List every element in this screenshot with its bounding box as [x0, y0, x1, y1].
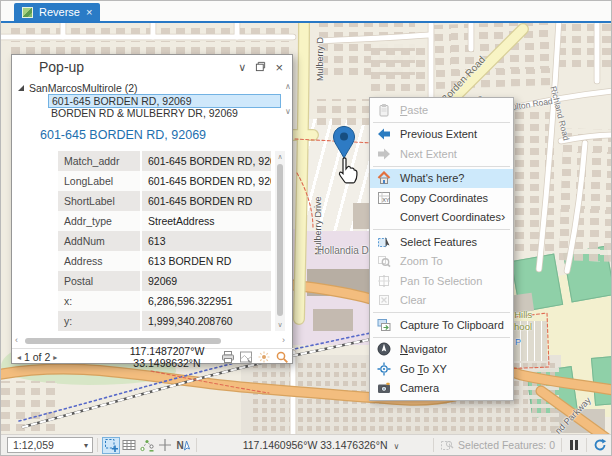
table-view-button[interactable] — [120, 437, 138, 454]
attribute-label: ShortLabel — [58, 191, 140, 211]
menu-item-paste: Paste — [370, 100, 513, 120]
coordinates-dropdown-icon[interactable]: ∨ — [393, 442, 399, 451]
popup-float-icon[interactable] — [255, 61, 266, 74]
attribute-value: 601-645 BORDEN RD — [140, 191, 271, 211]
menu-separator — [373, 229, 510, 230]
popup-list-item[interactable]: BORDEN RD & MULBERRY DR, 92069 — [48, 107, 281, 120]
selected-features-count: Selected Features: 0 — [458, 439, 555, 451]
map-mode-button[interactable] — [102, 437, 120, 454]
print-icon[interactable] — [221, 350, 235, 364]
list-scroll-down-icon[interactable]: ∨ — [285, 107, 291, 116]
popup-footer: ◂ 1 of 2 ▸ 117.1487207°W 33.1498632°N — [12, 348, 294, 365]
popup-list-item[interactable]: 601-645 BORDEN RD, 92069 — [48, 94, 281, 108]
menu-separator — [373, 337, 510, 338]
popup-pager: ◂ 1 of 2 ▸ — [17, 351, 57, 363]
menu-item-label: Navigator — [400, 343, 447, 355]
menu-item-icon — [376, 146, 392, 162]
menu-item-label: Go To XY — [400, 363, 447, 375]
scroll-right-icon[interactable]: › — [282, 335, 285, 345]
attribute-label: AddNum — [58, 231, 140, 251]
snap-crosshair-button[interactable] — [156, 437, 174, 454]
menu-separator — [373, 312, 510, 313]
attribute-row: y: 1,999,340.208760 — [58, 311, 271, 331]
scale-dropdown-icon[interactable]: ▾ — [84, 441, 92, 450]
attribute-label: y: — [58, 311, 140, 331]
scale-combobox[interactable]: 1:12,059 ▾ — [7, 437, 93, 453]
svg-text:N: N — [177, 440, 184, 451]
scrollbar-thumb[interactable] — [277, 164, 283, 316]
attribute-label: Postal — [58, 271, 140, 291]
list-scroll-up-icon[interactable]: ∧ — [285, 82, 291, 91]
menu-item-zoom-to: Zoom To — [370, 252, 513, 272]
divider — [586, 438, 587, 452]
attribute-value: 613 — [140, 231, 271, 251]
menu-item-icon — [376, 170, 392, 186]
tree-expand-icon[interactable] — [18, 85, 24, 91]
pause-drawing-button[interactable] — [570, 440, 578, 450]
pager-next-icon[interactable]: ▸ — [53, 353, 57, 362]
menu-item-capture-to-clipboard[interactable]: Capture To Clipboard — [370, 315, 513, 335]
menu-item-icon — [376, 234, 392, 250]
menu-item-what-s-here-[interactable]: What's here? — [370, 169, 513, 189]
menu-item-navigator[interactable]: Navigator — [370, 340, 513, 360]
flash-location-icon[interactable] — [257, 350, 271, 364]
menu-item-label: Copy Coordinates — [400, 192, 488, 204]
popup-menu-chevron-icon[interactable]: ∨ — [238, 62, 246, 73]
selected-features-icon — [438, 437, 456, 454]
attribute-value: StreetAddress — [140, 211, 271, 231]
attribute-value: 601-645 BORDEN RD, 92069 — [140, 171, 271, 191]
menu-item-icon — [376, 317, 392, 333]
popup-panel: Pop-up ∨ × SanMarcosMultirole (2) 601-64… — [11, 54, 293, 364]
status-bar: 1:12,059 ▾ N 117.1460956°W 33.1476326°N∨… — [1, 434, 612, 455]
refresh-button[interactable] — [591, 437, 609, 454]
menu-item-label: Pan To Selection — [400, 275, 482, 287]
export-icon[interactable] — [239, 350, 253, 364]
menu-item-icon — [376, 209, 392, 225]
hand-cursor-icon — [334, 156, 360, 186]
attribute-row: Addr_type StreetAddress — [58, 211, 271, 231]
menu-item-camera[interactable]: Camera — [370, 379, 513, 399]
divider — [97, 438, 98, 452]
menu-item-go-to-xy[interactable]: Go To XY — [370, 359, 513, 379]
menu-item-previous-extent[interactable]: Previous Extent — [370, 125, 513, 145]
popup-close-icon[interactable]: × — [275, 62, 283, 73]
attribute-row: Postal 92069 — [58, 271, 271, 291]
north-arrow-button[interactable]: N — [174, 437, 192, 454]
menu-item-copy-coordinates[interactable]: XY Copy Coordinates — [370, 188, 513, 208]
map-tab-strip: Reverse × — [1, 1, 611, 21]
menu-item-label: Select Features — [400, 236, 477, 248]
attribute-value: 601-645 BORDEN RD, 92069 — [140, 151, 271, 171]
attribute-label: x: — [58, 291, 140, 311]
popup-feature-heading: 601-645 BORDEN RD, 92069 — [40, 128, 206, 142]
statusbar-right-group: Selected Features: 0 — [429, 437, 609, 454]
table-vertical-scrollbar[interactable]: ∧ ∨ — [275, 151, 285, 331]
zoom-to-feature-icon[interactable] — [275, 350, 289, 364]
menu-item-icon — [376, 341, 392, 357]
scroll-up-icon[interactable]: ∧ — [275, 151, 285, 161]
menu-item-pan-to-selection: Pan To Selection — [370, 271, 513, 291]
menu-item-label: Capture To Clipboard — [400, 319, 504, 331]
edit-vertices-button[interactable] — [138, 437, 156, 454]
tab-reverse[interactable]: Reverse × — [14, 3, 100, 21]
menu-item-convert-coordinates[interactable]: Convert Coordinates › — [370, 208, 513, 228]
scrollbar-thumb[interactable] — [25, 338, 221, 344]
attribute-value: 1,999,340.208760 — [140, 311, 271, 331]
popup-title: Pop-up — [39, 59, 238, 75]
divider — [561, 438, 562, 452]
menu-item-icon — [376, 292, 392, 308]
menu-item-select-features[interactable]: Select Features — [370, 232, 513, 252]
map-tab-icon — [22, 7, 33, 18]
attribute-label: Match_addr — [58, 151, 140, 171]
pager-text: 1 of 2 — [24, 351, 50, 363]
attribute-row: Match_addr 601-645 BORDEN RD, 92069 — [58, 151, 271, 171]
scroll-left-icon[interactable]: ‹ — [15, 335, 18, 345]
menu-item-clear: Clear — [370, 291, 513, 311]
pager-prev-icon[interactable]: ◂ — [17, 353, 21, 362]
attribute-row: x: 6,286,596.322951 — [58, 291, 271, 311]
divider — [196, 438, 197, 452]
submenu-arrow-icon: › — [501, 212, 514, 222]
popup-tree-group[interactable]: SanMarcosMultirole (2) — [18, 82, 138, 94]
scroll-down-icon[interactable]: ∨ — [275, 321, 285, 329]
tab-close-icon[interactable]: × — [86, 7, 92, 18]
statusbar-coordinates[interactable]: 117.1460956°W 33.1476326°N∨ — [229, 439, 413, 451]
